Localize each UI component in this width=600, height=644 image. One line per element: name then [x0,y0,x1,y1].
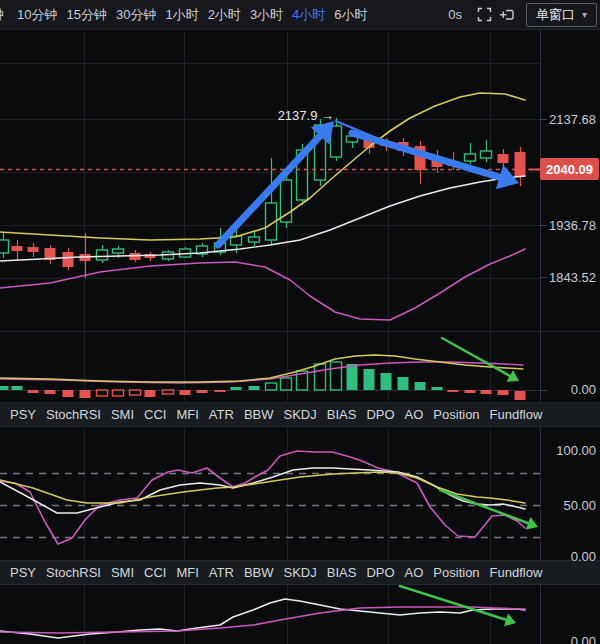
indicator-tab-smi[interactable]: SMI [111,407,134,422]
timeframe-group: 10分钟15分钟30分钟1小时2小时3小时4小时6小时 [17,6,368,24]
timeframe-3h[interactable]: 3小时 [250,6,283,24]
indicator-tab-dpo[interactable]: DPO [366,565,394,580]
timeframe-toolbar: 钟 10分钟15分钟30分钟1小时2小时3小时4小时6小时 0s 单窗 [0,0,600,30]
indicator-tab-position[interactable]: Position [433,407,479,422]
trading-app-window: 钟 10分钟15分钟30分钟1小时2小时3小时4小时6小时 0s 单窗 [0,0,600,644]
indicator-tab-mfi[interactable]: MFI [176,565,198,580]
indicator-tabrow-2: PSYStochRSISMICCIMFIATRBBWSKDJBIASDPOAOP… [0,560,600,585]
indicator-tab-psy[interactable]: PSY [10,407,36,422]
indicator-tab-atr[interactable]: ATR [209,407,234,422]
indicator-tab-cci[interactable]: CCI [144,407,166,422]
indicator-tab-ao[interactable]: AO [405,407,424,422]
timeframe-6h[interactable]: 6小时 [334,6,367,24]
window-mode-button[interactable]: 单窗口 ▾ [526,3,597,27]
indicator-tab-skdj[interactable]: SKDJ [284,407,317,422]
timeframe-4h[interactable]: 4小时 [292,6,325,24]
fullscreen-icon[interactable] [476,6,493,23]
chevron-down-icon: ▾ [582,10,587,20]
indicator-tab-bbw[interactable]: BBW [244,565,274,580]
pane-divider [0,331,600,332]
indicator-tab-cci[interactable]: CCI [144,565,166,580]
oscillator-pane-canvas[interactable] [0,427,600,560]
timeframe-clipped[interactable]: 钟 [0,6,10,24]
indicator-tab-psy[interactable]: PSY [10,565,36,580]
indicator-tab-bias[interactable]: BIAS [327,565,357,580]
indicator-tab-dpo[interactable]: DPO [366,407,394,422]
indicator-tab-skdj[interactable]: SKDJ [284,565,317,580]
indicator-tab-stochrsi[interactable]: StochRSI [46,407,101,422]
indicator-tab-fundflow[interactable]: Fundflow [490,407,543,422]
timeframe-15min[interactable]: 15分钟 [66,6,106,24]
candle-countdown: 0s [448,7,462,22]
indicator-tab-stochrsi[interactable]: StochRSI [46,565,101,580]
indicator-tab-bias[interactable]: BIAS [327,407,357,422]
indicator-tab-smi[interactable]: SMI [111,565,134,580]
toolbar-right-cluster: 0s 单窗口 ▾ [448,3,600,27]
indicator-tabrow-1: PSYStochRSISMICCIMFIATRBBWSKDJBIASDPOAOP… [0,402,600,427]
bottom-pane-canvas[interactable] [0,585,600,644]
indicator-tab-mfi[interactable]: MFI [176,407,198,422]
timeframe-10min[interactable]: 10分钟 [17,6,57,24]
timeframe-2h[interactable]: 2小时 [208,6,241,24]
timeframe-1h[interactable]: 1小时 [165,6,198,24]
indicator-tab-ao[interactable]: AO [405,565,424,580]
indicator-tab-bbw[interactable]: BBW [244,407,274,422]
indicator-tab-atr[interactable]: ATR [209,565,234,580]
indicator-tab-fundflow[interactable]: Fundflow [490,565,543,580]
main-chart-canvas[interactable] [0,29,600,332]
histogram-pane-canvas[interactable] [0,332,600,402]
timeframe-30min[interactable]: 30分钟 [116,6,156,24]
add-pane-icon[interactable] [499,6,516,23]
indicator-tab-position[interactable]: Position [433,565,479,580]
